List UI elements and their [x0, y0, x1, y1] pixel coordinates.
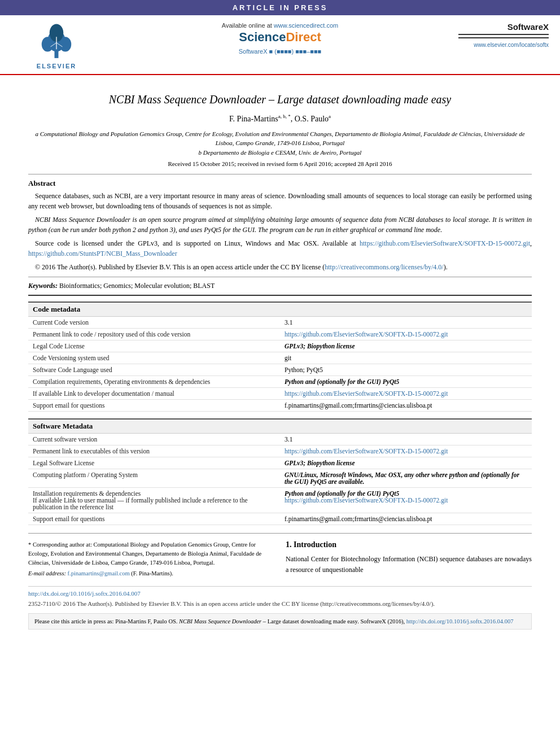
footer-copyright: 2352-7110/© 2016 The Author(s). Publishe… — [28, 599, 532, 609]
footnote-col: * Corresponding author at: Computational… — [28, 540, 274, 578]
sw-meta-label-2: Legal Software License — [28, 457, 280, 469]
abstract-heading: Abstract — [28, 179, 532, 188]
cite-doi-link[interactable]: http://dx.doi.org/10.1016/j.softx.2016.0… — [406, 618, 514, 624]
article-title: NCBI Mass Sequence Downloader – Large da… — [28, 92, 532, 107]
abstract-body: Sequence databases, such as NCBI, are a … — [28, 191, 532, 272]
cite-italic: NCBI Mass Sequence Downloader — [179, 618, 261, 624]
abstract-para4-end: ). — [444, 263, 448, 271]
affiliation-a: a Computational Biology and Population G… — [28, 129, 532, 148]
abstract-para4-start: © 2016 The Author(s). Published by Elsev… — [35, 263, 325, 271]
abstract-para3-comma: , — [530, 239, 532, 247]
received-dates: Received 15 October 2015; received in re… — [28, 160, 532, 167]
available-online-label: Available online at — [222, 22, 272, 29]
keywords-label: Keywords: — [28, 282, 58, 290]
code-meta-label-5: Compilation requirements, Operating envi… — [28, 376, 280, 388]
sw-executables-link[interactable]: https://github.com/ElsevierSoftwareX/SOF… — [285, 448, 448, 455]
table-row: Software Code Language used Python; PyQt… — [28, 364, 532, 376]
cite-end: – Large dataset downloading made easy. S… — [263, 618, 405, 624]
abstract-link1[interactable]: https://github.com/ElsevierSoftwareX/SOF… — [360, 239, 530, 247]
abstract-para2: NCBI Mass Sequence Downloader is an open… — [28, 215, 532, 235]
divider-2 — [28, 277, 532, 277]
elsevier-logo-area: ELSEVIER — [11, 22, 102, 69]
header-right: SoftwareX www.elsevier.com/locate/softx — [458, 22, 549, 48]
author-email-link[interactable]: f.pinamartins@gmail.com — [68, 570, 130, 576]
sw-meta-value-2: GPLv3; Biopython license — [280, 457, 532, 469]
code-meta-label-4: Software Code Language used — [28, 364, 280, 376]
code-meta-value-4: Python; PyQt5 — [280, 364, 532, 376]
main-content: NCBI Mass Sequence Downloader – Large da… — [0, 75, 560, 635]
table-row: Support email for questions f.pinamartin… — [28, 513, 532, 525]
sw-meta-value-4: Python and (optionally for the GUI) PyQt… — [280, 488, 532, 513]
sw-meta-value-1: https://github.com/ElsevierSoftwareX/SOF… — [280, 445, 532, 457]
sw-meta-label-1: Permanent link to executables of this ve… — [28, 445, 280, 457]
sw-meta-value-0: 3.1 — [280, 434, 532, 445]
table-row: If available Link to developer documenta… — [28, 388, 532, 400]
sw-install-value: Python and (optionally for the GUI) PyQt… — [285, 490, 527, 497]
sw-meta-label-0: Current software version — [28, 434, 280, 445]
code-meta-label-2: Legal Code License — [28, 340, 280, 352]
code-meta-label-1: Permanent link to code / repository used… — [28, 329, 280, 340]
code-meta-value-3: git — [280, 352, 532, 364]
sw-meta-value-5: f.pinamartins@gmail.com;frmartins@cienci… — [280, 513, 532, 525]
cite-label: Please cite this article in press as: Pi… — [34, 618, 177, 624]
abstract-para1: Sequence databases, such as NCBI, are a … — [28, 191, 532, 211]
bottom-two-col: * Corresponding author at: Computational… — [28, 540, 532, 578]
table-row: Permanent link to executables of this ve… — [28, 445, 532, 457]
elsevier-tree-icon — [37, 22, 76, 62]
table-row: Code Versioning system used git — [28, 352, 532, 364]
table-row: Support email for questions f.pinamartin… — [28, 400, 532, 412]
cc-license-link[interactable]: http://creativecommons.org/licenses/by/4… — [325, 263, 443, 271]
code-metadata-section: Code metadata Current Code version 3.1 P… — [28, 302, 532, 412]
divider-1 — [28, 174, 532, 174]
code-repo-link[interactable]: https://github.com/ElsevierSoftwareX/SOF… — [285, 331, 448, 338]
divider-3 — [28, 295, 532, 296]
available-online-text: Available online at www.sciencedirect.co… — [107, 22, 453, 29]
footnote-star-text: * Corresponding author at: Computational… — [28, 541, 261, 566]
sciencedirect-logo: ScienceDirect — [107, 30, 453, 45]
affiliation-b: b Departamento de Biologia e CESAM, Univ… — [28, 148, 532, 158]
email-label: E-mail address: — [28, 570, 66, 576]
author1-name: F. Pina-Martins — [229, 115, 278, 123]
table-row: Compilation requirements, Operating envi… — [28, 376, 532, 388]
code-metadata-table: Current Code version 3.1 Permanent link … — [28, 317, 532, 412]
table-row: Permanent link to code / repository used… — [28, 329, 532, 340]
journal-url: www.elsevier.com/locate/softx — [458, 42, 549, 48]
code-doc-link[interactable]: https://github.com/ElsevierSoftwareX/SOF… — [285, 390, 448, 397]
code-meta-value-0: 3.1 — [280, 317, 532, 329]
sw-manual-link: https://github.com/ElsevierSoftwareX/SOF… — [285, 497, 527, 504]
code-meta-value-2: GPLv3; Biopython license — [280, 340, 532, 352]
table-row: Installation requirements & dependencies… — [28, 488, 532, 513]
title-rest: Large dataset downloading made easy — [277, 93, 451, 106]
email-end: (F. Pina-Martins). — [131, 570, 173, 576]
header-divider — [458, 34, 549, 38]
footer-cite-box: Please cite this article in press as: Pi… — [28, 613, 532, 630]
intro-heading: 1. Introduction — [286, 540, 532, 549]
sw-meta-label-5: Support email for questions — [28, 513, 280, 525]
abstract-para4: © 2016 The Author(s). Published by Elsev… — [28, 262, 532, 272]
header: ELSEVIER Available online at www.science… — [0, 15, 560, 75]
title-italic-part: NCBI Mass Sequence Downloader — [109, 93, 266, 106]
sw-platform-value: GNU/Linux, Microsoft Windows, Mac OSX, a… — [285, 471, 519, 485]
table-row: Legal Software License GPLv3; Biopython … — [28, 457, 532, 469]
code-meta-value-7: f.pinamartins@gmail.com;frmartins@cienci… — [280, 400, 532, 412]
table-row: Legal Code License GPLv3; Biopython lice… — [28, 340, 532, 352]
abstract-para3: Source code is licensed under the GPLv3,… — [28, 238, 532, 259]
code-meta-label-7: Support email for questions — [28, 400, 280, 412]
software-metadata-section: Software Metadata Current software versi… — [28, 418, 532, 525]
abstract-link2[interactable]: https://github.com/StuntsPT/NCBI_Mass_Do… — [28, 250, 177, 257]
code-meta-label-6: If available Link to developer documenta… — [28, 388, 280, 400]
intro-text: National Center for Biotechnology Inform… — [286, 554, 532, 575]
code-meta-value-1: https://github.com/ElsevierSoftwareX/SOF… — [280, 329, 532, 340]
code-metadata-title: Code metadata — [28, 302, 532, 317]
introduction-col: 1. Introduction National Center for Biot… — [286, 540, 532, 578]
article-in-press-banner: ARTICLE IN PRESS — [0, 0, 560, 15]
journal-info: SoftwareX ■ (■■■■) ■■■–■■■ — [107, 48, 453, 55]
code-meta-label-0: Current Code version — [28, 317, 280, 329]
doi-link[interactable]: http://dx.doi.org/10.1016/j.softx.2016.0… — [28, 590, 141, 597]
sw-repo-link2[interactable]: https://github.com/ElsevierSoftwareX/SOF… — [285, 497, 448, 504]
keywords-line: Keywords: Bioinformatics; Genomics; Mole… — [28, 282, 532, 290]
code-deps-value: Python and (optionally for the GUI) PyQt… — [285, 378, 399, 385]
sciencedirect-link[interactable]: www.sciencedirect.com — [274, 22, 338, 29]
title-dash: – — [266, 93, 277, 106]
code-meta-label-3: Code Versioning system used — [28, 352, 280, 364]
